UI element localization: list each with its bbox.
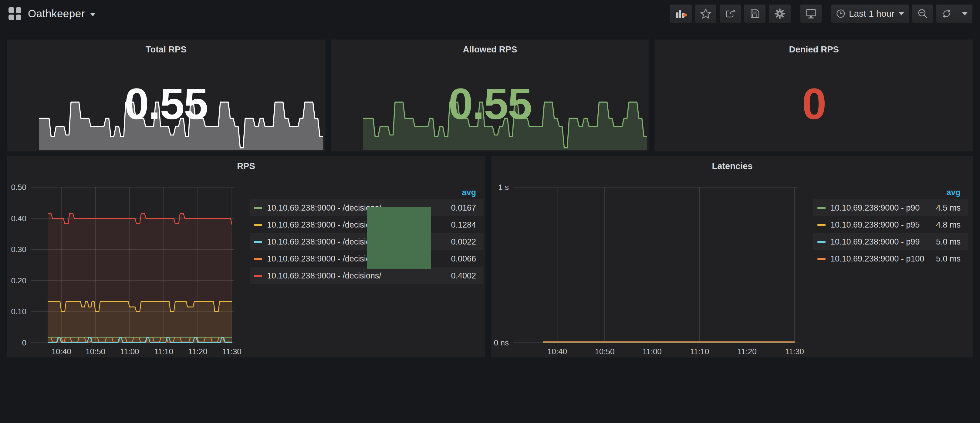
svg-text:1 s: 1 s: [498, 183, 509, 192]
svg-text:0.10: 0.10: [11, 307, 26, 316]
dashboard-settings-button[interactable]: [768, 4, 791, 23]
star-icon: [700, 8, 711, 19]
svg-text:10:50: 10:50: [595, 347, 614, 355]
monitor-icon: [805, 8, 817, 19]
series-color-swatch: [818, 224, 826, 226]
panel-denied-rps: Denied RPS 0: [654, 40, 973, 152]
series-color-swatch: [818, 258, 826, 260]
navbar-actions: Last 1 hour: [670, 4, 973, 23]
legend-row[interactable]: 10.10.69.238:9000 - p904.5 ms: [813, 200, 968, 216]
series-avg-value: 0.1284: [451, 220, 476, 230]
save-dashboard-button[interactable]: [744, 4, 766, 23]
legend-row[interactable]: 10.10.69.238:9000 - p954.8 ms: [813, 216, 968, 233]
panel-title[interactable]: Latencies: [492, 161, 973, 171]
refresh-interval-dropdown[interactable]: [957, 5, 972, 23]
svg-text:10:40: 10:40: [52, 347, 71, 355]
svg-text:11:20: 11:20: [738, 347, 757, 355]
series-avg-value: 5.0 ms: [936, 254, 961, 264]
legend-row[interactable]: 10.10.69.238:9000 - p995.0 ms: [813, 233, 968, 250]
legend-row[interactable]: 10.10.69.238:9000 - /decisions/0.1284: [250, 216, 483, 233]
save-icon: [749, 8, 760, 19]
legend-avg-header: avg: [813, 185, 968, 200]
svg-text:10:40: 10:40: [547, 347, 567, 355]
star-dashboard-button[interactable]: [695, 4, 717, 23]
svg-text:0.50: 0.50: [11, 183, 26, 192]
svg-text:11:00: 11:00: [120, 347, 139, 355]
legend-rows: 10.10.69.238:9000 - /decisions/0.016710.…: [250, 200, 483, 284]
add-panel-icon: [675, 8, 687, 20]
series-color-swatch: [254, 207, 262, 209]
navbar: Oathkeeper: [0, 0, 980, 27]
share-dashboard-button[interactable]: [719, 4, 741, 23]
stat-panels-row: Total RPS 0.55 Allowed RPS 0.55 Denied R…: [0, 40, 980, 152]
dashboard-title[interactable]: Oathkeeper: [28, 8, 85, 20]
legend-rows: 10.10.69.238:9000 - p904.5 ms10.10.69.23…: [813, 200, 968, 267]
series-avg-value: 4.8 ms: [936, 220, 961, 230]
series-color-swatch: [254, 258, 262, 260]
svg-text:0.20: 0.20: [11, 276, 26, 285]
zoom-out-icon: [917, 8, 928, 19]
series-color-swatch: [254, 275, 262, 277]
dashboard-picker-grid-icon[interactable]: [8, 7, 21, 20]
series-color-swatch: [818, 207, 826, 209]
tv-mode-button[interactable]: [800, 4, 822, 23]
latencies-chart-canvas[interactable]: 1 s0 ns10:4010:5011:0011:1011:2011:30: [494, 176, 816, 355]
stat-value: 0.55: [7, 82, 325, 126]
latencies-legend: avg10.10.69.238:9000 - p904.5 ms10.10.69…: [813, 185, 968, 267]
svg-text:11:00: 11:00: [643, 347, 662, 355]
refresh-button-group: [936, 4, 973, 23]
legend-row[interactable]: 10.10.69.238:9000 - /decisions/0.0066: [250, 250, 483, 267]
chevron-down-icon: [899, 12, 904, 16]
panel-total-rps: Total RPS 0.55: [7, 40, 326, 152]
add-panel-button[interactable]: [670, 4, 692, 23]
legend-row[interactable]: 10.10.69.238:9000 - /decisions/0.0167: [250, 200, 483, 216]
svg-text:0.40: 0.40: [11, 214, 26, 223]
svg-text:10:50: 10:50: [86, 347, 105, 355]
series-color-swatch: [254, 241, 262, 243]
panel-rps-graph: RPS 0.500.400.300.200.10010:4010:5011:00…: [7, 156, 485, 358]
legend-row[interactable]: 10.10.69.238:9000 - p1005.0 ms: [813, 250, 968, 267]
series-label[interactable]: 10.10.69.238:9000 - p95: [830, 220, 930, 230]
refresh-button[interactable]: [936, 5, 957, 23]
stat-value: 0.55: [331, 82, 649, 126]
rps-chart-canvas[interactable]: 0.500.400.300.200.10010:4010:5011:0011:1…: [10, 176, 246, 355]
series-avg-value: 0.4002: [451, 271, 476, 280]
chevron-down-icon: [962, 12, 967, 16]
svg-text:0.30: 0.30: [11, 245, 26, 254]
series-avg-value: 0.0167: [451, 203, 476, 213]
panel-title[interactable]: Total RPS: [7, 44, 325, 55]
time-range-label: Last 1 hour: [849, 8, 894, 19]
series-label[interactable]: 10.10.69.238:9000 - /decisions/: [267, 271, 445, 280]
panel-title[interactable]: RPS: [7, 161, 485, 171]
svg-text:0: 0: [22, 338, 26, 347]
series-label[interactable]: 10.10.69.238:9000 - p90: [830, 203, 930, 213]
svg-text:11:10: 11:10: [154, 347, 173, 355]
panel-allowed-rps: Allowed RPS 0.55: [331, 40, 649, 152]
rps-legend: avg10.10.69.238:9000 - /decisions/0.0167…: [250, 185, 483, 284]
gear-icon: [774, 8, 786, 20]
zoom-out-button[interactable]: [912, 4, 933, 23]
panel-title[interactable]: Allowed RPS: [331, 44, 649, 55]
share-icon: [724, 8, 736, 19]
series-avg-value: 0.0066: [451, 254, 476, 264]
series-label[interactable]: 10.10.69.238:9000 - p100: [830, 254, 930, 264]
green-overlay-box: [367, 207, 431, 269]
chevron-down-icon[interactable]: [91, 13, 95, 16]
series-avg-value: 4.5 ms: [936, 203, 961, 213]
time-range-picker[interactable]: Last 1 hour: [831, 4, 909, 23]
series-label[interactable]: 10.10.69.238:9000 - p99: [830, 237, 930, 247]
series-avg-value: 0.0022: [451, 237, 476, 247]
dashboard-brand: Oathkeeper: [8, 7, 95, 20]
stat-value: 0: [655, 82, 973, 126]
panel-title[interactable]: Denied RPS: [655, 44, 973, 55]
legend-avg-header: avg: [250, 185, 483, 200]
series-color-swatch: [818, 241, 826, 243]
svg-text:0 ns: 0 ns: [494, 338, 509, 347]
refresh-icon: [941, 8, 952, 19]
legend-row[interactable]: 10.10.69.238:9000 - /decisions/0.0022: [250, 233, 483, 250]
legend-row[interactable]: 10.10.69.238:9000 - /decisions/0.4002: [250, 267, 483, 284]
svg-text:11:30: 11:30: [785, 347, 804, 355]
graph-panels-row: RPS 0.500.400.300.200.10010:4010:5011:00…: [0, 156, 980, 358]
svg-text:11:30: 11:30: [223, 347, 242, 355]
svg-text:11:10: 11:10: [690, 347, 709, 355]
